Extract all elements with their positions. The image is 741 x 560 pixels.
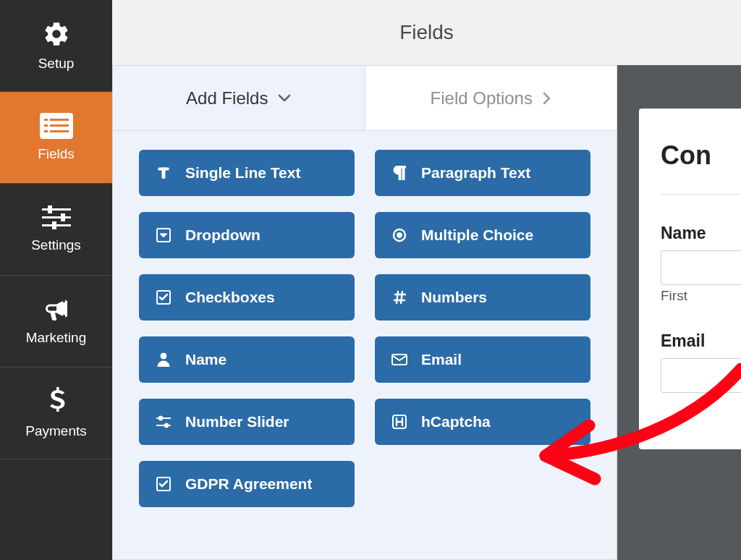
person-icon xyxy=(155,352,172,367)
svg-rect-4 xyxy=(50,124,69,127)
tab-label: Field Options xyxy=(431,88,533,109)
field-label: GDPR Agreement xyxy=(185,475,312,493)
fields-grid: Single Line Text Paragraph Text Dropdown xyxy=(113,131,617,559)
text-cursor-icon xyxy=(155,166,172,180)
sidebar: Setup Fields xyxy=(0,0,112,560)
svg-point-16 xyxy=(397,233,402,238)
field-label: hCaptcha xyxy=(421,413,491,430)
sidebar-item-marketing[interactable]: Marketing xyxy=(0,276,112,368)
field-label: Name xyxy=(185,351,226,368)
svg-rect-3 xyxy=(44,124,48,127)
chevron-down-icon xyxy=(278,94,291,103)
paragraph-icon xyxy=(391,166,408,180)
hash-icon xyxy=(391,290,408,305)
field-gdpr-agreement[interactable]: GDPR Agreement xyxy=(139,461,355,507)
field-label: Number Slider xyxy=(185,413,289,430)
field-single-line-text[interactable]: Single Line Text xyxy=(139,150,355,196)
left-panel: Add Fields Field Options xyxy=(112,65,617,560)
sidebar-item-label: Fields xyxy=(38,146,75,162)
main: Fields Add Fields Field Options xyxy=(112,0,741,560)
field-hcaptcha[interactable]: hCaptcha xyxy=(375,399,590,445)
tab-add-fields[interactable]: Add Fields xyxy=(113,66,365,131)
gear-icon xyxy=(42,20,71,48)
list-icon xyxy=(40,113,73,139)
preview-area: Con Name First Email xyxy=(617,65,741,560)
field-label: Email xyxy=(421,351,462,368)
field-paragraph-text[interactable]: Paragraph Text xyxy=(375,150,590,196)
field-number-slider[interactable]: Number Slider xyxy=(139,399,355,445)
first-name-input[interactable] xyxy=(661,250,741,285)
sliders-icon xyxy=(42,205,71,230)
form-preview: Con Name First Email xyxy=(639,109,741,449)
svg-rect-1 xyxy=(44,119,48,121)
svg-rect-5 xyxy=(44,130,48,132)
field-multiple-choice[interactable]: Multiple Choice xyxy=(375,212,590,258)
name-label: Name xyxy=(661,224,741,243)
field-label: Single Line Text xyxy=(185,164,300,182)
svg-rect-7 xyxy=(42,208,71,211)
workarea: Add Fields Field Options xyxy=(112,65,741,560)
field-label: Dropdown xyxy=(185,226,261,244)
tab-label: Add Fields xyxy=(186,88,268,109)
field-dropdown[interactable]: Dropdown xyxy=(139,212,355,258)
divider xyxy=(661,194,741,195)
svg-rect-2 xyxy=(50,119,69,121)
field-numbers[interactable]: Numbers xyxy=(375,274,590,321)
slider-icon xyxy=(155,415,172,428)
sidebar-item-label: Marketing xyxy=(26,330,86,346)
sidebar-item-payments[interactable]: Payments xyxy=(0,368,112,459)
dollar-icon xyxy=(48,387,65,416)
sidebar-item-setup[interactable]: Setup xyxy=(0,0,112,92)
page-title: Fields xyxy=(399,21,454,44)
name-field-group[interactable]: Name First xyxy=(661,224,741,304)
svg-rect-10 xyxy=(61,213,65,221)
sidebar-item-label: Payments xyxy=(25,423,86,439)
sidebar-item-label: Settings xyxy=(31,237,81,253)
first-sublabel: First xyxy=(661,288,741,304)
svg-point-23 xyxy=(164,423,169,428)
field-email[interactable]: Email xyxy=(375,336,590,383)
check-square-icon xyxy=(155,477,172,491)
sidebar-item-settings[interactable]: Settings xyxy=(0,184,112,276)
svg-rect-8 xyxy=(48,205,52,213)
svg-rect-13 xyxy=(163,168,165,178)
email-input[interactable] xyxy=(661,358,741,393)
chevron-right-icon xyxy=(543,92,551,105)
field-label: Multiple Choice xyxy=(421,226,533,244)
form-title: Con xyxy=(661,140,741,171)
email-field-group[interactable]: Email xyxy=(661,331,741,393)
hcaptcha-icon xyxy=(391,415,408,429)
svg-rect-6 xyxy=(50,130,69,132)
page-header: Fields xyxy=(112,0,741,65)
radio-icon xyxy=(391,228,408,242)
panel-tabs: Add Fields Field Options xyxy=(113,66,617,131)
email-label: Email xyxy=(661,331,741,351)
check-square-icon xyxy=(155,290,172,305)
field-label: Numbers xyxy=(421,289,487,306)
envelope-icon xyxy=(391,354,408,365)
svg-point-21 xyxy=(158,416,163,420)
field-checkboxes[interactable]: Checkboxes xyxy=(139,274,355,321)
sidebar-item-label: Setup xyxy=(38,56,75,72)
field-label: Paragraph Text xyxy=(421,164,530,182)
field-label: Checkboxes xyxy=(185,289,275,306)
svg-point-18 xyxy=(161,353,166,359)
field-name[interactable]: Name xyxy=(139,336,355,383)
svg-rect-9 xyxy=(42,216,71,219)
svg-rect-12 xyxy=(52,221,56,229)
sidebar-item-fields[interactable]: Fields xyxy=(0,92,112,184)
tab-field-options[interactable]: Field Options xyxy=(365,66,617,131)
caret-square-down-icon xyxy=(155,228,172,242)
bullhorn-icon xyxy=(41,297,72,323)
